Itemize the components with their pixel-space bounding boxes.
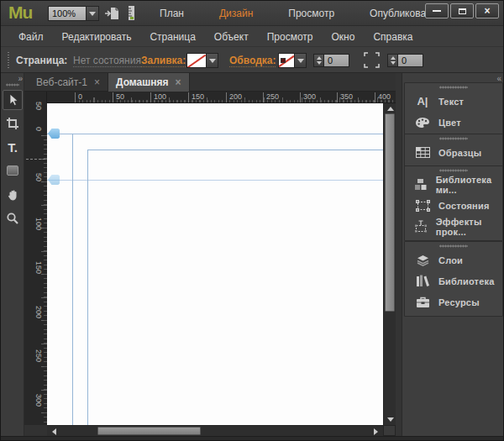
scroll-effects-icon <box>414 220 428 233</box>
hruler-label: 300 <box>300 92 316 102</box>
toolbox-grip-icon[interactable] <box>6 83 19 87</box>
horizontal-ruler[interactable]: 0 50 100 150 200 250 300 350 400 <box>47 92 397 103</box>
stepper-down-icon <box>391 61 396 65</box>
menu-file[interactable]: Файл <box>9 31 53 43</box>
zoom-tool-button[interactable] <box>3 208 23 228</box>
library-icon <box>414 275 431 287</box>
corner-radius-button[interactable] <box>364 52 380 68</box>
stroke-swatch[interactable] <box>279 54 294 67</box>
panel-item-color[interactable]: Цвет <box>405 112 502 133</box>
fill-label[interactable]: Заливка: <box>141 55 186 67</box>
maximize-button[interactable] <box>450 3 474 18</box>
top-of-page-guide[interactable] <box>47 134 383 134</box>
stroke-width-control: 0 <box>313 54 349 67</box>
close-icon: × <box>484 6 490 16</box>
panel-divider[interactable] <box>396 73 402 436</box>
panel-item-swatches[interactable]: Образцы <box>405 142 502 163</box>
panel-grip-icon[interactable] <box>439 169 468 172</box>
panel-item-layers[interactable]: Слои <box>405 249 502 270</box>
selection-tool-button[interactable] <box>3 90 23 110</box>
hand-tool-button[interactable] <box>3 185 23 205</box>
panel-group-text-color: A| Текст Цвет <box>404 82 503 137</box>
app-bar: Mu 100% План Дизайн Просмотр Опублико <box>1 1 504 26</box>
toolbox: » T. <box>1 73 24 436</box>
app-window: Mu 100% План Дизайн Просмотр Опублико <box>0 0 504 441</box>
mode-tab-design[interactable]: Дизайн <box>202 8 270 19</box>
tab-close-icon[interactable]: × <box>176 76 181 88</box>
mode-tab-preview[interactable]: Просмотр <box>270 8 352 19</box>
crop-tool-button[interactable] <box>3 113 23 134</box>
hand-icon <box>6 188 19 202</box>
panel-grip-icon[interactable] <box>439 244 468 248</box>
menu-page[interactable]: Страница <box>140 31 204 43</box>
panel-item-label: Библиотека ми... <box>436 175 502 195</box>
arrow-left-icon <box>52 428 56 435</box>
toolbox-collapse-icon[interactable]: » <box>18 74 21 83</box>
mode-tab-plan[interactable]: План <box>142 8 202 19</box>
tab-website-1[interactable]: Веб-сайт-1 × <box>29 73 108 92</box>
menu-window[interactable]: Окно <box>323 31 365 43</box>
mode-tab-label: Дизайн <box>219 8 253 19</box>
panel-item-assets[interactable]: Ресурсы <box>405 291 502 312</box>
stroke-swatch-control <box>278 53 307 68</box>
menu-edit[interactable]: Редактировать <box>53 31 141 43</box>
chevron-down-icon <box>209 59 216 63</box>
maximize-icon <box>459 8 466 14</box>
vruler-label: 50 <box>34 173 43 188</box>
hruler-label: 250 <box>263 92 279 102</box>
fill-dropdown-button[interactable] <box>206 54 218 67</box>
zoom-dropdown-button[interactable] <box>86 7 98 20</box>
rectangle-icon <box>7 165 18 176</box>
scroll-down-button[interactable] <box>384 414 396 425</box>
goto-page-button[interactable] <box>103 5 120 22</box>
vruler-label: 150 <box>34 261 43 276</box>
horizontal-scroll-thumb[interactable] <box>97 427 201 435</box>
panel-item-text[interactable]: A| Текст <box>405 91 502 112</box>
toolbar-grip-icon[interactable] <box>7 51 10 69</box>
panel-item-label: Текст <box>438 97 464 107</box>
top-guide-handle[interactable] <box>48 129 60 139</box>
panel-grip-icon[interactable] <box>439 137 468 140</box>
vertical-scrollbar[interactable] <box>383 103 396 425</box>
panel-item-widgets-library[interactable]: Библиотека ми... <box>405 174 502 195</box>
stroke-width-field[interactable]: 0 <box>324 54 349 67</box>
chevron-down-icon <box>89 12 96 16</box>
panel-item-states[interactable]: Состояния <box>405 195 502 216</box>
panel-grip-icon[interactable] <box>439 86 468 89</box>
text-tool-button[interactable]: T. <box>3 137 23 157</box>
panel-group-layers: Слои Библиотека <box>404 241 503 317</box>
page-properties-button[interactable] <box>123 5 140 22</box>
tab-close-icon[interactable]: × <box>94 76 100 88</box>
tab-home-page[interactable]: Домашняя × <box>108 73 190 92</box>
document-tab-bar: Веб-сайт-1 × Домашняя × <box>24 73 397 92</box>
vruler-label: 50 <box>34 102 43 117</box>
corner-radius-field[interactable]: 0 <box>398 54 423 67</box>
menu-object[interactable]: Объект <box>205 31 258 43</box>
corner-radius-control: 0 <box>387 54 423 67</box>
minimize-button[interactable] <box>425 3 449 18</box>
stroke-label[interactable]: Обводка: <box>229 55 276 67</box>
stroke-dropdown-button[interactable] <box>294 54 306 67</box>
zoom-control: 100% <box>48 6 99 21</box>
rectangle-tool-button[interactable] <box>3 160 23 181</box>
horizontal-scrollbar[interactable] <box>47 425 383 436</box>
menu-help[interactable]: Справка <box>364 31 422 43</box>
menu-view[interactable]: Просмотр <box>258 31 323 43</box>
panel-item-library[interactable]: Библиотека <box>405 270 502 291</box>
page-state-selector[interactable]: Нет состояния <box>73 55 141 67</box>
close-button[interactable]: × <box>475 3 499 18</box>
page-left-edge-guide[interactable] <box>72 134 73 425</box>
fill-swatch[interactable] <box>187 54 206 67</box>
page-canvas[interactable] <box>47 103 383 425</box>
goto-page-icon <box>104 7 119 20</box>
header-guide-handle[interactable] <box>48 175 60 185</box>
stroke-width-stepper[interactable] <box>313 54 324 67</box>
panel-item-scroll-effects[interactable]: Эффекты прок... <box>405 216 502 237</box>
zoom-level-input[interactable]: 100% <box>49 7 86 20</box>
stepper-up-icon <box>391 56 396 60</box>
vertical-ruler[interactable]: 50 0 50 100 150 200 250 300 <box>24 103 47 425</box>
panel-group-swatches: Образцы <box>404 134 503 167</box>
corner-radius-stepper[interactable] <box>387 54 398 67</box>
tab-label: Домашняя <box>116 76 169 88</box>
vertical-scroll-thumb[interactable] <box>385 113 395 312</box>
